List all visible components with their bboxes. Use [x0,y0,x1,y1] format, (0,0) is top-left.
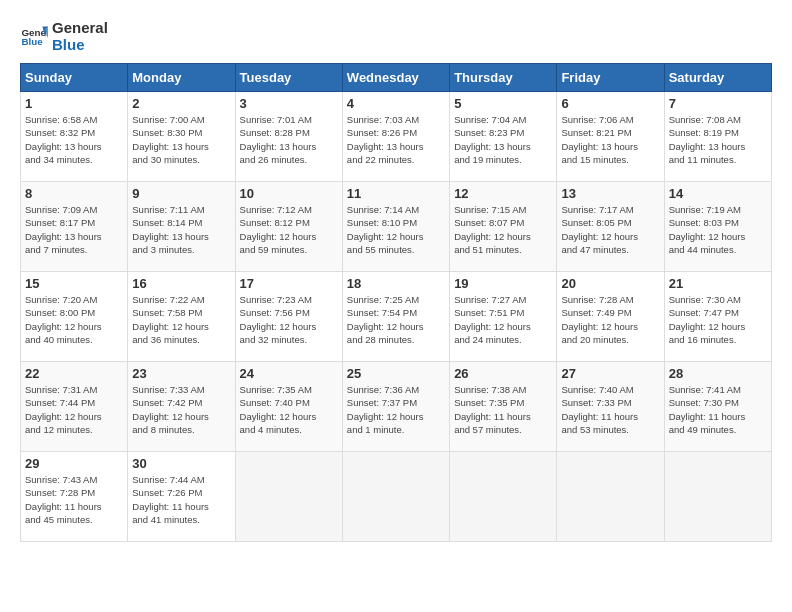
day-info: Sunrise: 7:12 AM Sunset: 8:12 PM Dayligh… [240,203,338,256]
svg-text:Blue: Blue [21,36,43,47]
day-info: Sunrise: 7:28 AM Sunset: 7:49 PM Dayligh… [561,293,659,346]
weekday-header-row: SundayMondayTuesdayWednesdayThursdayFrid… [21,64,772,92]
day-info: Sunrise: 7:31 AM Sunset: 7:44 PM Dayligh… [25,383,123,436]
day-number: 3 [240,96,338,111]
day-number: 27 [561,366,659,381]
day-info: Sunrise: 7:25 AM Sunset: 7:54 PM Dayligh… [347,293,445,346]
day-info: Sunrise: 7:43 AM Sunset: 7:28 PM Dayligh… [25,473,123,526]
calendar-day-cell: 19Sunrise: 7:27 AM Sunset: 7:51 PM Dayli… [450,272,557,362]
calendar-day-cell: 27Sunrise: 7:40 AM Sunset: 7:33 PM Dayli… [557,362,664,452]
day-info: Sunrise: 7:15 AM Sunset: 8:07 PM Dayligh… [454,203,552,256]
day-info: Sunrise: 7:19 AM Sunset: 8:03 PM Dayligh… [669,203,767,256]
day-info: Sunrise: 7:27 AM Sunset: 7:51 PM Dayligh… [454,293,552,346]
day-number: 16 [132,276,230,291]
calendar-day-cell: 29Sunrise: 7:43 AM Sunset: 7:28 PM Dayli… [21,452,128,542]
day-info: Sunrise: 7:23 AM Sunset: 7:56 PM Dayligh… [240,293,338,346]
calendar-day-cell: 1Sunrise: 6:58 AM Sunset: 8:32 PM Daylig… [21,92,128,182]
calendar-day-cell: 16Sunrise: 7:22 AM Sunset: 7:58 PM Dayli… [128,272,235,362]
calendar-day-cell: 17Sunrise: 7:23 AM Sunset: 7:56 PM Dayli… [235,272,342,362]
calendar-day-cell [342,452,449,542]
calendar-body: 1Sunrise: 6:58 AM Sunset: 8:32 PM Daylig… [21,92,772,542]
logo: General Blue General Blue [20,20,108,53]
calendar-day-cell: 4Sunrise: 7:03 AM Sunset: 8:26 PM Daylig… [342,92,449,182]
weekday-header-cell: Saturday [664,64,771,92]
day-info: Sunrise: 7:36 AM Sunset: 7:37 PM Dayligh… [347,383,445,436]
day-info: Sunrise: 7:38 AM Sunset: 7:35 PM Dayligh… [454,383,552,436]
day-number: 15 [25,276,123,291]
day-info: Sunrise: 7:00 AM Sunset: 8:30 PM Dayligh… [132,113,230,166]
day-number: 11 [347,186,445,201]
day-number: 26 [454,366,552,381]
weekday-header-cell: Thursday [450,64,557,92]
calendar-day-cell: 28Sunrise: 7:41 AM Sunset: 7:30 PM Dayli… [664,362,771,452]
calendar-week-row: 22Sunrise: 7:31 AM Sunset: 7:44 PM Dayli… [21,362,772,452]
calendar-day-cell [450,452,557,542]
day-info: Sunrise: 7:33 AM Sunset: 7:42 PM Dayligh… [132,383,230,436]
calendar-day-cell: 3Sunrise: 7:01 AM Sunset: 8:28 PM Daylig… [235,92,342,182]
day-info: Sunrise: 7:40 AM Sunset: 7:33 PM Dayligh… [561,383,659,436]
calendar-table: SundayMondayTuesdayWednesdayThursdayFrid… [20,63,772,542]
day-info: Sunrise: 7:03 AM Sunset: 8:26 PM Dayligh… [347,113,445,166]
day-info: Sunrise: 7:20 AM Sunset: 8:00 PM Dayligh… [25,293,123,346]
calendar-day-cell: 25Sunrise: 7:36 AM Sunset: 7:37 PM Dayli… [342,362,449,452]
day-number: 6 [561,96,659,111]
day-number: 18 [347,276,445,291]
page-header: General Blue General Blue [20,20,772,53]
logo-text: General Blue [52,20,108,53]
day-number: 8 [25,186,123,201]
day-info: Sunrise: 7:22 AM Sunset: 7:58 PM Dayligh… [132,293,230,346]
day-number: 2 [132,96,230,111]
day-number: 12 [454,186,552,201]
weekday-header-cell: Sunday [21,64,128,92]
calendar-day-cell: 7Sunrise: 7:08 AM Sunset: 8:19 PM Daylig… [664,92,771,182]
day-number: 29 [25,456,123,471]
calendar-week-row: 29Sunrise: 7:43 AM Sunset: 7:28 PM Dayli… [21,452,772,542]
calendar-day-cell: 18Sunrise: 7:25 AM Sunset: 7:54 PM Dayli… [342,272,449,362]
day-info: Sunrise: 7:35 AM Sunset: 7:40 PM Dayligh… [240,383,338,436]
calendar-day-cell: 9Sunrise: 7:11 AM Sunset: 8:14 PM Daylig… [128,182,235,272]
day-number: 23 [132,366,230,381]
calendar-day-cell: 2Sunrise: 7:00 AM Sunset: 8:30 PM Daylig… [128,92,235,182]
weekday-header-cell: Friday [557,64,664,92]
day-number: 10 [240,186,338,201]
day-info: Sunrise: 6:58 AM Sunset: 8:32 PM Dayligh… [25,113,123,166]
calendar-day-cell: 11Sunrise: 7:14 AM Sunset: 8:10 PM Dayli… [342,182,449,272]
day-number: 19 [454,276,552,291]
day-number: 30 [132,456,230,471]
weekday-header-cell: Tuesday [235,64,342,92]
calendar-day-cell [557,452,664,542]
calendar-day-cell: 5Sunrise: 7:04 AM Sunset: 8:23 PM Daylig… [450,92,557,182]
day-number: 9 [132,186,230,201]
day-info: Sunrise: 7:09 AM Sunset: 8:17 PM Dayligh… [25,203,123,256]
day-number: 13 [561,186,659,201]
day-info: Sunrise: 7:04 AM Sunset: 8:23 PM Dayligh… [454,113,552,166]
calendar-day-cell: 22Sunrise: 7:31 AM Sunset: 7:44 PM Dayli… [21,362,128,452]
calendar-week-row: 1Sunrise: 6:58 AM Sunset: 8:32 PM Daylig… [21,92,772,182]
day-info: Sunrise: 7:08 AM Sunset: 8:19 PM Dayligh… [669,113,767,166]
calendar-day-cell: 6Sunrise: 7:06 AM Sunset: 8:21 PM Daylig… [557,92,664,182]
day-number: 14 [669,186,767,201]
calendar-day-cell: 15Sunrise: 7:20 AM Sunset: 8:00 PM Dayli… [21,272,128,362]
calendar-day-cell: 20Sunrise: 7:28 AM Sunset: 7:49 PM Dayli… [557,272,664,362]
calendar-week-row: 15Sunrise: 7:20 AM Sunset: 8:00 PM Dayli… [21,272,772,362]
weekday-header-cell: Monday [128,64,235,92]
day-info: Sunrise: 7:44 AM Sunset: 7:26 PM Dayligh… [132,473,230,526]
calendar-day-cell: 12Sunrise: 7:15 AM Sunset: 8:07 PM Dayli… [450,182,557,272]
day-number: 17 [240,276,338,291]
day-number: 20 [561,276,659,291]
day-number: 25 [347,366,445,381]
calendar-day-cell: 10Sunrise: 7:12 AM Sunset: 8:12 PM Dayli… [235,182,342,272]
day-info: Sunrise: 7:06 AM Sunset: 8:21 PM Dayligh… [561,113,659,166]
calendar-day-cell: 30Sunrise: 7:44 AM Sunset: 7:26 PM Dayli… [128,452,235,542]
day-info: Sunrise: 7:41 AM Sunset: 7:30 PM Dayligh… [669,383,767,436]
day-info: Sunrise: 7:30 AM Sunset: 7:47 PM Dayligh… [669,293,767,346]
calendar-day-cell: 26Sunrise: 7:38 AM Sunset: 7:35 PM Dayli… [450,362,557,452]
calendar-day-cell: 14Sunrise: 7:19 AM Sunset: 8:03 PM Dayli… [664,182,771,272]
day-number: 22 [25,366,123,381]
day-info: Sunrise: 7:01 AM Sunset: 8:28 PM Dayligh… [240,113,338,166]
calendar-day-cell [235,452,342,542]
calendar-day-cell: 8Sunrise: 7:09 AM Sunset: 8:17 PM Daylig… [21,182,128,272]
day-number: 28 [669,366,767,381]
day-info: Sunrise: 7:11 AM Sunset: 8:14 PM Dayligh… [132,203,230,256]
day-number: 21 [669,276,767,291]
